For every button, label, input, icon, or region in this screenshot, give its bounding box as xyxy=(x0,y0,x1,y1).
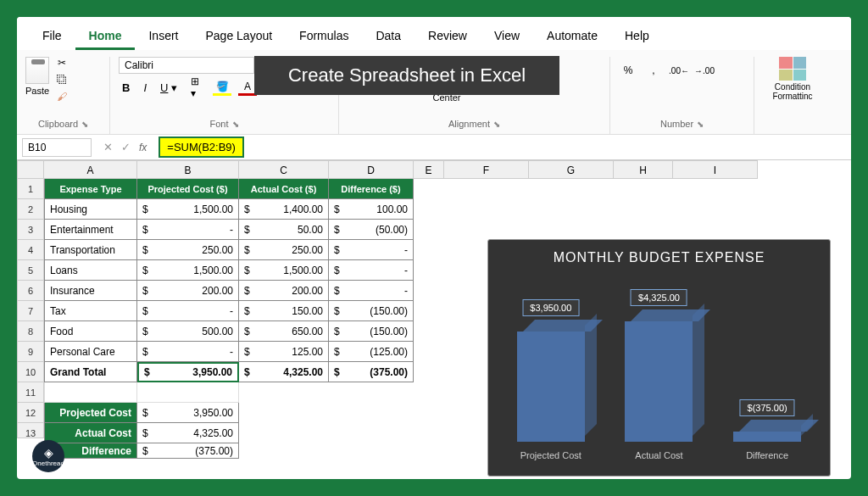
row-header-3[interactable]: 3 xyxy=(17,220,44,240)
row-header-4[interactable]: 4 xyxy=(17,240,44,260)
row-header-10[interactable]: 10 xyxy=(17,362,44,382)
fx-icon[interactable]: fx xyxy=(139,142,147,153)
row-header-5[interactable]: 5 xyxy=(17,260,44,281)
cell-diff[interactable]: $100.00 xyxy=(329,199,414,220)
cell-diff[interactable]: $- xyxy=(329,240,414,260)
row-header-6[interactable]: 6 xyxy=(17,281,44,301)
cell-diff[interactable]: $(125.00) xyxy=(329,342,414,362)
grand-total-diff[interactable]: $(375.00) xyxy=(329,362,414,382)
increase-decimal-icon[interactable]: .00← xyxy=(670,62,688,79)
launcher-icon[interactable]: ⬊ xyxy=(697,120,704,129)
decrease-decimal-icon[interactable]: →.00 xyxy=(695,62,714,79)
cell-label[interactable]: Personal Care xyxy=(44,342,137,362)
menu-view[interactable]: View xyxy=(481,24,533,50)
cell-proj[interactable]: $500.00 xyxy=(137,321,239,342)
summary-val[interactable]: $(375.00) xyxy=(137,443,239,459)
chart-bar[interactable]: $3,950.00Projected Cost xyxy=(517,332,585,442)
formula-input[interactable]: =SUM(B2:B9) xyxy=(159,137,244,158)
menu-insert[interactable]: Insert xyxy=(135,24,192,50)
row-header-2[interactable]: 2 xyxy=(17,199,44,220)
border-button[interactable]: ⊞ ▾ xyxy=(187,79,206,96)
paste-button[interactable]: Paste xyxy=(25,57,49,96)
cell-diff[interactable]: $(150.00) xyxy=(329,301,414,321)
col-header-H[interactable]: H xyxy=(614,160,673,179)
grand-total-label[interactable]: Grand Total xyxy=(44,362,137,382)
chart-bar[interactable]: $4,325.00Actual Cost xyxy=(625,321,693,442)
launcher-icon[interactable]: ⬊ xyxy=(232,120,239,129)
summary-val[interactable]: $3,950.00 xyxy=(137,403,239,423)
cell-label[interactable]: Housing xyxy=(44,199,137,220)
bold-button[interactable]: B xyxy=(119,80,133,96)
menu-formulas[interactable]: Formulas xyxy=(286,24,362,50)
cell-act[interactable]: $150.00 xyxy=(239,301,329,321)
cancel-icon[interactable]: ✕ xyxy=(103,141,113,153)
italic-button[interactable]: I xyxy=(140,80,150,96)
row-header-9[interactable]: 9 xyxy=(17,342,44,362)
row-header-11[interactable]: 11 xyxy=(17,382,44,403)
col-header-I[interactable]: I xyxy=(673,160,758,179)
grand-total-proj[interactable]: $3,950.00 xyxy=(137,362,239,382)
font-selector[interactable]: Calibri xyxy=(119,57,254,74)
cell-act[interactable]: $125.00 xyxy=(239,342,329,362)
menu-help[interactable]: Help xyxy=(611,24,663,50)
underline-button[interactable]: U ▾ xyxy=(157,80,181,96)
cell-label[interactable]: Insurance xyxy=(44,281,137,301)
comma-button[interactable]: , xyxy=(644,62,663,79)
cell-label[interactable]: Transportation xyxy=(44,240,137,260)
empty-cell[interactable] xyxy=(137,382,239,403)
fill-color-button[interactable]: 🪣 xyxy=(213,79,231,96)
chart[interactable]: MONTHLY BUDGET EXPENSE $3,950.00Projecte… xyxy=(487,239,831,476)
grand-total-act[interactable]: $4,325.00 xyxy=(239,362,329,382)
cell-proj[interactable]: $200.00 xyxy=(137,281,239,301)
col-header-C[interactable]: C xyxy=(239,160,329,179)
cell-act[interactable]: $1,500.00 xyxy=(239,260,329,281)
format-painter-icon[interactable]: 🖌 xyxy=(54,91,70,104)
select-all-corner[interactable] xyxy=(17,160,44,179)
launcher-icon[interactable]: ⬊ xyxy=(81,120,88,129)
menu-data[interactable]: Data xyxy=(362,24,415,50)
cell-label[interactable]: Tax xyxy=(44,301,137,321)
menu-home[interactable]: Home xyxy=(75,24,136,50)
cell-diff[interactable]: $(150.00) xyxy=(329,321,414,342)
row-header-1[interactable]: 1 xyxy=(17,179,44,199)
cell-diff[interactable]: $- xyxy=(329,260,414,281)
cell-act[interactable]: $250.00 xyxy=(239,240,329,260)
cell-label[interactable]: Entertainment xyxy=(44,220,137,240)
col-header-G[interactable]: G xyxy=(529,160,614,179)
conditional-formatting-button[interactable]: Condition Formattinc xyxy=(763,57,822,101)
col-header-B[interactable]: B xyxy=(137,160,239,179)
confirm-icon[interactable]: ✓ xyxy=(121,141,131,153)
cell-act[interactable]: $650.00 xyxy=(239,321,329,342)
menu-review[interactable]: Review xyxy=(415,24,481,50)
empty-cell[interactable] xyxy=(44,382,137,403)
col-header-A[interactable]: A xyxy=(44,160,137,179)
copy-icon[interactable]: ⿻ xyxy=(54,74,70,87)
menu-page-layout[interactable]: Page Layout xyxy=(192,24,286,50)
cell-label[interactable]: Food xyxy=(44,321,137,342)
cell-proj[interactable]: $1,500.00 xyxy=(137,260,239,281)
menu-automate[interactable]: Automate xyxy=(533,24,611,50)
name-box[interactable]: B10 xyxy=(22,138,92,157)
cell-proj[interactable]: $- xyxy=(137,220,239,240)
cut-icon[interactable]: ✂ xyxy=(54,57,70,70)
chart-bar[interactable]: $(375.00)Difference xyxy=(733,432,801,442)
cell-proj[interactable]: $- xyxy=(137,301,239,321)
cell-act[interactable]: $50.00 xyxy=(239,220,329,240)
cell-diff[interactable]: $- xyxy=(329,281,414,301)
cell-proj[interactable]: $- xyxy=(137,342,239,362)
cell-proj[interactable]: $1,500.00 xyxy=(137,199,239,220)
summary-val[interactable]: $4,325.00 xyxy=(137,423,239,443)
percent-button[interactable]: % xyxy=(619,62,637,79)
row-header-12[interactable]: 12 xyxy=(17,403,44,423)
row-header-13[interactable]: 13 xyxy=(17,423,44,438)
cell-proj[interactable]: $250.00 xyxy=(137,240,239,260)
cell-label[interactable]: Loans xyxy=(44,260,137,281)
menu-file[interactable]: File xyxy=(29,24,75,50)
col-header-E[interactable]: E xyxy=(414,160,444,179)
cell-act[interactable]: $200.00 xyxy=(239,281,329,301)
col-header-D[interactable]: D xyxy=(329,160,414,179)
launcher-icon[interactable]: ⬊ xyxy=(493,120,500,129)
cell-act[interactable]: $1,400.00 xyxy=(239,199,329,220)
row-header-8[interactable]: 8 xyxy=(17,321,44,342)
col-header-F[interactable]: F xyxy=(444,160,529,179)
